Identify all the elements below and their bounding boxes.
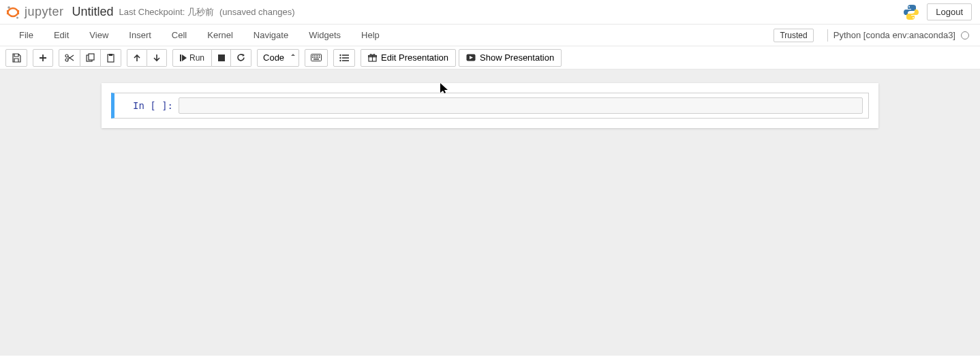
menu-kernel[interactable]: Kernel [199,26,241,44]
unsaved-indicator: (unsaved changes) [219,7,295,17]
python-logo-icon [902,3,920,21]
checkpoint-prefix: Last Checkpoint: [119,7,187,17]
move-up-button[interactable] [127,49,147,67]
arrow-up-icon [133,54,141,62]
menu-help[interactable]: Help [353,26,388,44]
svg-rect-29 [342,57,349,59]
menu-insert[interactable]: Insert [121,26,159,44]
move-down-button[interactable] [147,49,167,67]
code-cell[interactable]: In [ ]: [111,93,869,119]
menu-cell[interactable]: Cell [164,26,195,44]
svg-point-3 [913,17,914,18]
svg-rect-17 [316,55,317,57]
checkpoint-time: 几秒前 [187,7,214,17]
edit-presentation-button[interactable]: Edit Presentation [361,49,456,67]
list-icon [339,54,349,62]
svg-rect-16 [314,55,316,57]
jupyter-logo-text: jupyter [25,5,64,19]
svg-rect-9 [109,54,112,56]
svg-rect-19 [319,55,320,57]
play-icon [466,54,476,61]
command-palette-button[interactable] [305,49,328,67]
notebook-title[interactable]: Untitled [72,5,114,19]
menu-file[interactable]: File [11,26,42,44]
run-button[interactable]: Run [172,49,212,67]
stop-icon [218,55,225,61]
copy-button[interactable] [80,49,101,67]
run-icon [180,55,187,61]
cell-prompt: In [ ]: [120,97,179,114]
svg-rect-22 [316,57,317,59]
svg-point-1 [16,16,18,18]
arrow-down-icon [153,54,161,62]
menu-edit[interactable]: Edit [46,26,77,44]
jupyter-logo[interactable]: jupyter [5,5,64,20]
menubar: File Edit View Insert Cell Kernel Naviga… [0,25,980,46]
svg-rect-10 [180,55,181,61]
toc-button[interactable] [333,49,355,67]
save-button[interactable] [5,49,27,67]
menu-navigate[interactable]: Navigate [245,26,296,44]
svg-rect-18 [318,55,319,57]
scissors-icon [65,54,74,62]
svg-rect-27 [342,55,349,56]
toolbar: Run Code [0,46,980,69]
kernel-idle-icon[interactable] [961,31,969,40]
svg-rect-23 [318,57,319,59]
cell-input[interactable] [179,97,863,114]
show-presentation-label: Show Presentation [480,52,554,63]
paste-button[interactable] [101,49,121,67]
logout-button[interactable]: Logout [927,3,972,20]
restart-button[interactable] [231,49,251,67]
svg-rect-25 [313,59,319,60]
plus-icon [39,54,47,62]
save-icon [12,53,21,63]
svg-point-30 [339,59,341,61]
svg-marker-13 [243,54,245,57]
add-cell-button[interactable] [33,49,53,67]
kernel-name[interactable]: Python [conda env:anaconda3] [833,30,955,40]
svg-rect-15 [312,55,313,57]
interrupt-button[interactable] [212,49,231,67]
svg-marker-11 [182,55,187,61]
svg-point-26 [339,54,341,55]
run-label: Run [189,53,204,63]
notebook-background: In [ ]: [0,69,980,356]
svg-rect-31 [342,60,349,61]
jupyter-logo-icon [5,5,20,20]
svg-rect-7 [89,54,94,60]
paste-icon [106,53,115,63]
keyboard-icon [311,54,322,61]
menu-widgets[interactable]: Widgets [301,26,349,44]
celltype-select[interactable]: Code [257,49,299,67]
checkpoint-status: Last Checkpoint: 几秒前 [119,6,214,18]
svg-point-2 [908,6,910,7]
svg-rect-20 [312,57,313,59]
gift-icon [368,53,377,62]
header: jupyter Untitled Last Checkpoint: 几秒前 (u… [0,0,980,25]
svg-point-28 [339,57,341,58]
notebook-container: In [ ]: [102,83,878,128]
restart-icon [236,53,245,62]
trusted-badge[interactable]: Trusted [774,29,813,42]
copy-icon [86,53,95,62]
show-presentation-button[interactable]: Show Presentation [459,49,562,67]
kernel-separator [827,29,828,42]
svg-rect-24 [319,57,320,59]
svg-rect-12 [218,55,225,61]
edit-presentation-label: Edit Presentation [381,52,448,63]
menu-view[interactable]: View [81,26,117,44]
svg-rect-21 [314,57,316,59]
cut-button[interactable] [59,49,80,67]
